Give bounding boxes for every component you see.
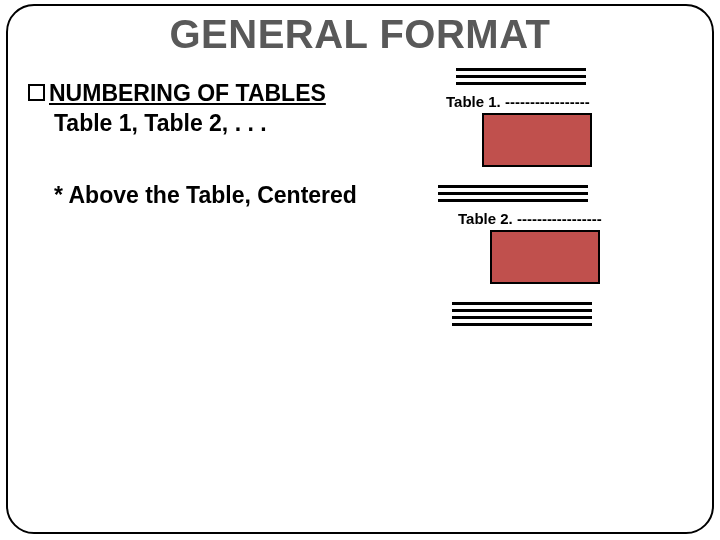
slide-frame: GENERAL FORMAT NUMBERING OF TABLES Table…	[6, 4, 714, 534]
table-box-icon	[482, 113, 592, 167]
section-note: * Above the Table, Centered	[54, 182, 408, 210]
left-content: NUMBERING OF TABLES Table 1, Table 2, . …	[28, 80, 408, 210]
table-caption-2: Table 2. -----------------	[458, 210, 688, 227]
bullet-row: NUMBERING OF TABLES	[28, 80, 408, 106]
right-illustration: Table 1. ----------------- Table 2. ----…	[428, 68, 688, 330]
section-subtext: Table 1, Table 2, . . .	[54, 110, 408, 138]
slide-title: GENERAL FORMAT	[8, 12, 712, 57]
illustration-group-1: Table 1. -----------------	[428, 68, 688, 167]
text-lines-icon	[438, 185, 688, 204]
square-bullet-icon	[28, 84, 45, 101]
section-heading: NUMBERING OF TABLES	[49, 80, 326, 106]
text-lines-icon	[456, 68, 688, 87]
table-caption-1: Table 1. -----------------	[446, 93, 688, 110]
table-box-icon	[490, 230, 600, 284]
illustration-group-2: Table 2. -----------------	[428, 185, 688, 284]
text-lines-icon	[452, 302, 688, 328]
